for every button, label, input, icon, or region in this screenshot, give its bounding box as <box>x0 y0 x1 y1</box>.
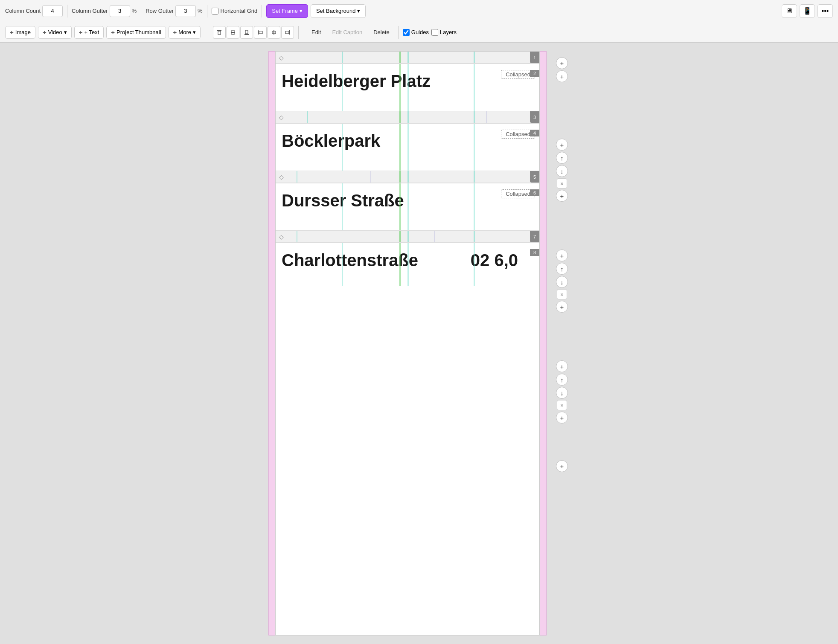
plus-icon: + <box>560 60 564 67</box>
col-guide <box>474 111 475 123</box>
col-guide-green <box>399 111 401 123</box>
col-guide-cyan-3 <box>474 52 475 63</box>
align-top-icon <box>216 29 222 35</box>
add-above-row-5-button[interactable]: + <box>556 249 568 261</box>
column-gutter-input[interactable] <box>110 5 130 17</box>
delete-row-3-button[interactable]: × <box>557 178 567 189</box>
svg-rect-5 <box>245 30 248 34</box>
add-above-row-7-button[interactable]: + <box>556 360 568 372</box>
edit-caption-label: Edit Caption <box>332 29 362 35</box>
add-above-row-3-button[interactable]: + <box>556 139 568 151</box>
align-middle-icon <box>230 29 236 35</box>
align-left-icon <box>257 29 263 35</box>
image-label: Image <box>15 29 31 35</box>
table-row: Heidelberger Platz Collapsed 2 <box>276 64 539 111</box>
col-guide-green <box>399 243 401 286</box>
close-icon-7: × <box>560 402 564 409</box>
align-left-button[interactable] <box>254 26 267 39</box>
align-bottom-icon <box>244 29 250 35</box>
guides-group: Guides <box>403 29 429 36</box>
row-gutter-group: Row Gutter % <box>145 5 202 17</box>
close-icon-5: × <box>560 291 564 298</box>
row-number-2: 2 <box>530 70 539 77</box>
set-background-button[interactable]: Set Background ▾ <box>311 4 366 18</box>
set-frame-button[interactable]: Set Frame ▾ <box>266 4 308 18</box>
col-guide-green <box>399 64 401 111</box>
align-right-icon <box>285 29 291 35</box>
column-count-group: Column Count <box>5 5 63 17</box>
move-up-row-7-button[interactable]: ↑ <box>556 374 568 386</box>
edit-button[interactable]: Edit <box>307 26 325 39</box>
row-number-6: 6 <box>530 189 539 196</box>
add-video-button[interactable]: + Video ▾ <box>38 26 72 39</box>
row-8-content: Charlottenstraße 02 6,0 8 <box>276 243 539 286</box>
toolbar-1: Column Count Column Gutter % Row Gutter … <box>0 0 838 22</box>
delete-label: Delete <box>373 29 390 35</box>
mobile-icon-button[interactable]: 📱 <box>800 4 815 18</box>
align-group <box>213 26 294 39</box>
delete-row-7-button[interactable]: × <box>557 400 567 410</box>
move-up-row-5-button[interactable]: ↑ <box>556 263 568 275</box>
down-icon-5: ↓ <box>560 278 564 286</box>
move-up-row-3-button[interactable]: ↑ <box>556 152 568 164</box>
layers-checkbox[interactable] <box>431 29 438 36</box>
col-guide-light <box>486 111 487 123</box>
add-below-row-7-button[interactable]: + <box>556 412 568 424</box>
col-guide <box>474 64 475 111</box>
plus-icon-7: + <box>560 363 564 370</box>
add-image-button[interactable]: + Image <box>5 26 35 39</box>
column-count-input[interactable] <box>42 5 63 17</box>
move-down-row-5-button[interactable]: ↓ <box>556 276 568 288</box>
collapsed-label-2: Collapsed <box>506 71 530 78</box>
move-down-row-3-button[interactable]: ↓ <box>556 165 568 177</box>
more-options-button[interactable]: ••• <box>818 4 833 18</box>
more-label: More <box>178 29 191 35</box>
col-guide <box>342 64 343 111</box>
add-below-row-1-button[interactable]: + <box>556 70 568 82</box>
add-more-button[interactable]: + More ▾ <box>169 26 201 39</box>
svg-rect-11 <box>285 31 289 34</box>
set-background-label: Set Background <box>316 8 356 14</box>
row-8-title: Charlottenstraße <box>282 251 418 270</box>
video-arrow-icon: ▾ <box>64 29 67 35</box>
align-top-button[interactable] <box>213 26 226 39</box>
col-guide-green <box>399 124 401 171</box>
delete-row-5-button[interactable]: × <box>557 289 567 299</box>
col-guide-green-1 <box>399 52 401 63</box>
plus-icon-3b: + <box>560 192 564 200</box>
guides-checkbox[interactable] <box>403 29 410 36</box>
divider-5 <box>205 26 205 39</box>
plus-icon: + <box>10 29 14 36</box>
layers-group: Layers <box>431 29 457 36</box>
table-row: ◇ 3 <box>276 111 539 124</box>
add-project-thumbnail-button[interactable]: + Project Thumbnail <box>106 26 166 39</box>
add-row-bottom-button[interactable]: + <box>556 460 568 472</box>
add-text-button[interactable]: + + Text <box>74 26 104 39</box>
align-right-button[interactable] <box>281 26 294 39</box>
add-above-row-1-button[interactable]: + <box>556 57 568 69</box>
table-row: Dursser Straße Collapsed 6 <box>276 183 539 231</box>
add-below-row-5-button[interactable]: + <box>556 301 568 313</box>
row-gutter-input[interactable] <box>175 5 196 17</box>
desktop-icon-button[interactable]: 🖥 <box>782 4 797 18</box>
up-icon-7: ↑ <box>560 376 564 383</box>
col-guide <box>407 231 409 242</box>
table-row: ◇ 5 <box>276 171 539 183</box>
delete-button[interactable]: Delete <box>369 26 394 39</box>
row-7-header: ◇ 7 <box>276 231 539 243</box>
down-icon-3: ↓ <box>560 168 564 175</box>
move-down-row-7-button[interactable]: ↓ <box>556 387 568 399</box>
horizontal-grid-checkbox[interactable] <box>212 8 218 15</box>
align-middle-button[interactable] <box>227 26 239 39</box>
canvas-area: ◇ 1 Heide <box>8 43 838 644</box>
diamond-icon-3: ◇ <box>279 114 284 121</box>
add-below-row-3-button[interactable]: + <box>556 190 568 202</box>
align-center-button[interactable] <box>268 26 280 39</box>
align-bottom-button[interactable] <box>240 26 253 39</box>
column-gutter-group: Column Gutter % <box>72 5 137 17</box>
col-guide-green <box>399 231 401 242</box>
row-number-1: 1 <box>530 52 539 63</box>
col-guide <box>342 124 343 171</box>
edit-caption-button[interactable]: Edit Caption <box>328 26 367 39</box>
divider-4 <box>262 5 262 17</box>
